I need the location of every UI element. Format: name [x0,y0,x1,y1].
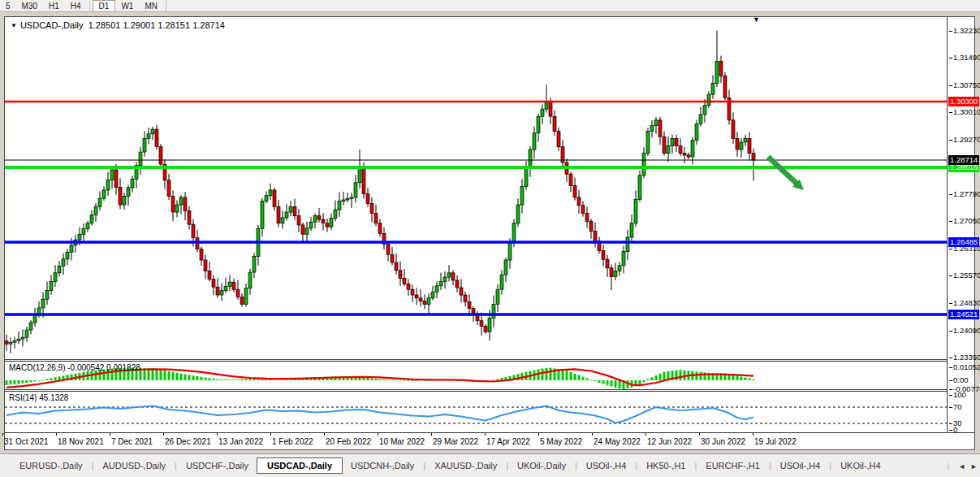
price-axis-tick: 1.32230 [949,26,980,36]
candle-body [200,249,203,260]
candle-body [281,218,284,223]
macd-histogram-bar [192,375,195,380]
symbol-tab-ukoildaily[interactable]: UKOil-,Daily [509,458,574,473]
tabs-scroll-left-button[interactable]: ◄ [958,462,965,470]
candle-body [480,321,483,327]
candle-body [175,205,179,212]
candle-body [78,234,81,240]
macd-histogram-bar [651,377,654,380]
candle-body [82,229,85,235]
candle-body [610,268,613,277]
tabs-scroll-right-button[interactable]: ► [970,462,978,470]
symbol-tab-usoilh4[interactable]: USOil-,H4 [772,458,829,473]
chart-shift-marker[interactable]: ▼ [753,15,760,24]
timeframe-toolbar: 5M30H1H4D1W1MN [0,0,980,12]
macd-histogram-bar [54,377,57,380]
candle-body [301,225,304,234]
candle-body [695,124,698,140]
candle-body [228,282,231,286]
candle-body [504,260,507,275]
candle-body [715,61,719,83]
timeframe-button-h1[interactable]: H1 [43,0,65,12]
macd-histogram-bar [14,380,16,384]
date-tick-mark [699,433,700,436]
macd-histogram-bar [188,375,191,380]
candle-body [468,301,471,308]
symbol-tab-ukoilh4[interactable]: UKOil-,H4 [832,458,889,473]
candle-body [139,152,142,166]
timeframe-button-mn[interactable]: MN [139,0,163,12]
date-tick-mark [270,433,271,436]
macd-histogram-bar [383,379,386,380]
price-axis-tick: 1.24090 [949,326,980,336]
candle-body [94,206,97,215]
macd-indicator-pane[interactable]: MACD(12,26,9) -0.000542 0.001828 [5,362,947,389]
candle-body [399,271,402,279]
candle-body [723,76,727,98]
symbol-tab-audusddaily[interactable]: AUDUSD-,Daily [94,458,174,473]
price-level-badge: 1.24521 [948,310,979,319]
symbol-tab-hk50h1[interactable]: HK50-,H1 [638,458,693,473]
candle-body [212,279,215,287]
macd-histogram-bar [152,369,154,381]
candle-body [541,109,544,116]
date-tick-mark [592,433,593,436]
candle-body [313,216,317,223]
candle-body [253,256,256,272]
candle-body [236,289,240,297]
candle-body [151,129,154,134]
price-chart-pane[interactable]: ▼USDCAD-,Daily 1.28501 1.29001 1.28151 1… [5,17,947,359]
symbol-tab-xauusddaily[interactable]: XAUUSD-,Daily [426,458,505,473]
date-axis-label: 18 Nov 2021 [58,437,104,446]
candle-body [102,190,106,198]
price-axis-tick: 1.23350 [949,353,980,362]
candle-body [516,205,520,223]
candle-body [378,223,382,234]
rsi-indicator-pane[interactable]: RSI(14) 45.1328 [5,392,947,432]
timeframe-button-h4[interactable]: H4 [65,0,87,12]
symbol-tab-usoilh4[interactable]: USOil-,H4 [578,458,635,473]
candle-body [496,289,499,304]
macd-histogram-bar [50,378,53,380]
candle-body [744,138,747,142]
price-axis[interactable]: 1.322301.314901.307501.300101.292701.277… [947,17,974,432]
symbol-tab-usdchfdaily[interactable]: USDCHF-,Daily [178,458,257,473]
macd-histogram-bar [578,375,581,380]
symbol-tab-eurchfh1[interactable]: EURCHF-,H1 [697,458,768,473]
symbol-tab-eurusddaily[interactable]: EURUSD-,Daily [11,458,91,473]
candle-body [537,116,540,132]
macd-histogram-bar [493,379,495,380]
candle-body [54,273,57,282]
macd-histogram-bar [367,378,369,380]
date-axis-label: 29 Mar 2022 [433,437,478,446]
candle-body [62,259,65,267]
trend-arrow-shaft[interactable] [768,157,797,184]
timeframe-button-d1[interactable]: D1 [93,0,116,12]
candle-body [127,188,130,197]
date-axis[interactable]: 31 Oct 202118 Nov 20217 Dec 202126 Dec 2… [5,432,974,449]
candlestick-chart[interactable] [5,17,947,359]
price-axis-tick: 1.27050 [949,216,980,226]
timeframe-button-5[interactable]: 5 [0,0,16,12]
candle-body [90,215,93,223]
macd-histogram-bar [34,380,37,382]
macd-histogram-bar [229,379,231,380]
candle-body [638,176,641,200]
macd-scale-tick: 0.01052 [949,362,980,372]
candle-body [407,284,410,289]
toolbar-separator [89,1,90,11]
toolbar-separator [166,1,166,11]
timeframe-button-w1[interactable]: W1 [115,0,139,12]
candle-body [553,116,556,131]
macd-histogram-bar [164,371,166,380]
macd-histogram-bar [371,379,373,381]
symbol-tab-usdcaddaily[interactable]: USDCAD-,Daily [257,457,343,474]
macd-histogram-bar [18,380,20,384]
candle-body [512,223,516,242]
rsi-line [6,406,753,423]
candle-body [589,221,593,231]
timeframe-button-m30[interactable]: M30 [16,0,43,12]
symbol-tab-usdcnhdaily[interactable]: USDCNH-,Daily [343,458,422,473]
rsi-label: RSI(14) 45.1328 [9,393,68,402]
macd-histogram-bar [542,369,544,381]
